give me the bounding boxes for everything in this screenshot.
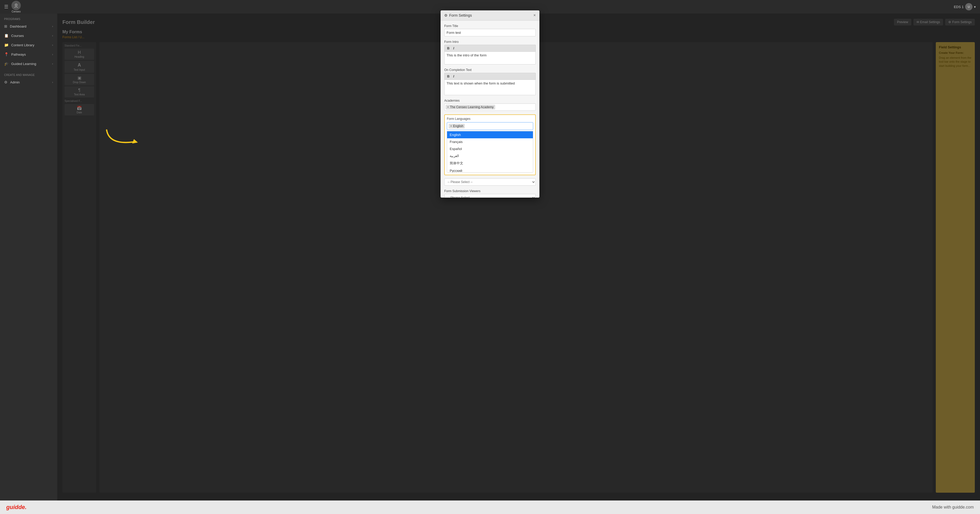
academies-field[interactable]: × The Censeo Learning Academy bbox=[444, 103, 536, 111]
gear-icon: ⚙ bbox=[444, 13, 448, 17]
completion-toolbar: B I bbox=[444, 73, 536, 79]
modal-backdrop: ⚙ Form Settings × Form Title Form Intro … bbox=[0, 0, 980, 514]
academies-group: Academies × The Censeo Learning Academy bbox=[444, 99, 536, 111]
academy-remove-button[interactable]: × bbox=[447, 105, 449, 109]
lang-option-francais[interactable]: Français bbox=[447, 138, 533, 145]
form-title-group: Form Title bbox=[444, 24, 536, 36]
modal-body: Form Title Form Intro B I This is the in… bbox=[441, 21, 539, 198]
language-dropdown[interactable]: English Français Español العربية 简体中文 Ру… bbox=[447, 131, 533, 173]
academy-tag: × The Censeo Learning Academy bbox=[445, 105, 495, 109]
bold-button-2[interactable]: B bbox=[446, 74, 450, 79]
italic-button[interactable]: I bbox=[452, 46, 455, 51]
completion-text-content[interactable]: This text is shown when the form is subm… bbox=[444, 79, 536, 95]
form-intro-group: Form Intro B I This is the intro of the … bbox=[444, 40, 536, 65]
please-select-1[interactable]: -- Please Select -- bbox=[444, 178, 536, 186]
please-select-1-group: -- Please Select -- bbox=[444, 178, 536, 186]
form-intro-label: Form Intro bbox=[444, 40, 536, 44]
submission-viewers-select[interactable]: -- Please Select -- bbox=[444, 194, 536, 198]
form-languages-section: Form Languages × English English Françai… bbox=[444, 114, 536, 175]
completion-text-group: On Completion Text B I This text is show… bbox=[444, 68, 536, 95]
form-intro-content[interactable]: This is the intro of the form bbox=[444, 51, 536, 65]
language-selected-field[interactable]: × English bbox=[447, 122, 533, 130]
modal-header: ⚙ Form Settings × bbox=[441, 10, 539, 21]
italic-button-2[interactable]: I bbox=[452, 74, 455, 79]
lang-option-chinese[interactable]: 简体中文 bbox=[447, 159, 533, 167]
form-intro-toolbar: B I bbox=[444, 45, 536, 51]
submission-viewers-label: Form Submission Viewers bbox=[444, 189, 536, 193]
lang-option-espanol[interactable]: Español bbox=[447, 145, 533, 152]
completion-text-label: On Completion Text bbox=[444, 68, 536, 72]
lang-option-arabic[interactable]: العربية bbox=[447, 152, 533, 159]
lang-option-english[interactable]: English bbox=[447, 131, 533, 138]
form-title-label: Form Title bbox=[444, 24, 536, 28]
submission-viewers-group: Form Submission Viewers -- Please Select… bbox=[444, 189, 536, 198]
lang-option-russian[interactable]: Русский bbox=[447, 167, 533, 173]
modal-close-button[interactable]: × bbox=[533, 13, 536, 18]
english-remove-button[interactable]: × bbox=[450, 124, 452, 128]
arrow-annotation bbox=[102, 125, 143, 152]
form-settings-modal: ⚙ Form Settings × Form Title Form Intro … bbox=[441, 10, 539, 198]
form-title-input[interactable] bbox=[444, 29, 536, 36]
academies-label: Academies bbox=[444, 99, 536, 102]
form-languages-label: Form Languages bbox=[447, 117, 533, 121]
svg-marker-2 bbox=[132, 139, 138, 143]
modal-title: ⚙ Form Settings bbox=[444, 13, 472, 17]
bold-button[interactable]: B bbox=[446, 46, 450, 51]
english-tag: × English bbox=[449, 124, 465, 128]
